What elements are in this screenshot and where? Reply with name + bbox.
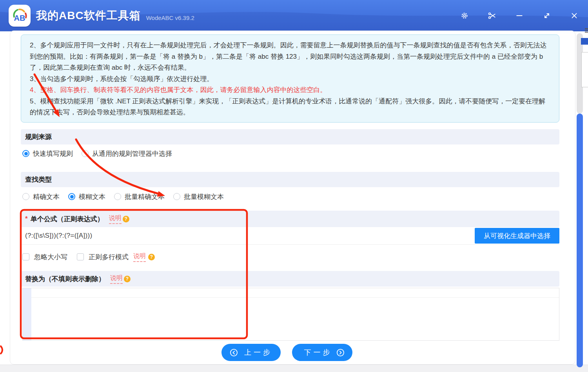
logo-arc-red xyxy=(25,13,26,18)
maximize-icon xyxy=(543,12,551,20)
radio-selected-icon xyxy=(22,150,29,157)
required-asterisk: * xyxy=(25,215,28,223)
section-header-search-type: 查找类型 xyxy=(21,172,559,187)
checkbox-regex-multiline[interactable]: 正则多行模式 说明 ? xyxy=(77,252,155,262)
formula-title: 单个公式（正则表达式） xyxy=(31,215,104,224)
scissors-icon xyxy=(488,12,496,20)
replace-textarea[interactable] xyxy=(22,288,559,341)
titlebar: AB 我的ABC软件工具箱 WodeABC v6.39.2 xyxy=(0,0,588,31)
radio-fuzzy-text[interactable]: 模糊文本 xyxy=(68,192,105,201)
minimize-icon xyxy=(515,12,523,20)
radio-unselected-icon xyxy=(22,193,29,200)
radio-unselected-icon xyxy=(82,150,89,157)
background-window-panel-edge xyxy=(581,52,588,87)
checkbox-label: 正则多行模式 xyxy=(89,253,129,262)
previous-step-button[interactable]: 上一步 xyxy=(221,344,281,361)
annotation-stray-mark xyxy=(1,346,2,354)
background-window-blue-edge xyxy=(581,38,588,45)
checkbox-icon xyxy=(77,253,84,260)
question-mark-icon[interactable]: ? xyxy=(148,254,155,260)
radio-label: 快速填写规则 xyxy=(33,149,73,158)
radio-from-rule-manager[interactable]: 从通用的规则管理器中选择 xyxy=(82,149,172,158)
radio-label: 批量精确文本 xyxy=(125,192,165,201)
app-logo: AB xyxy=(9,5,31,27)
editor-first-line xyxy=(31,288,559,298)
maximize-button[interactable] xyxy=(540,9,554,23)
radio-unselected-icon xyxy=(173,193,180,200)
editor-gutter xyxy=(23,288,31,340)
scrollbar-thumb-blue[interactable] xyxy=(577,114,583,367)
gear-icon xyxy=(461,12,468,20)
radio-batch-fuzzy-text[interactable]: 批量模糊文本 xyxy=(173,192,224,201)
next-step-button[interactable]: 下一步 xyxy=(292,344,352,361)
title-group: 我的ABC软件工具箱 WodeABC v6.39.2 xyxy=(36,0,194,31)
logo-letters: AB xyxy=(14,14,25,22)
question-mark-icon[interactable]: ? xyxy=(123,216,129,222)
app-title: 我的ABC软件工具箱 xyxy=(36,8,141,23)
radio-label: 精确文本 xyxy=(33,192,60,201)
multiline-help-link[interactable]: 说明 xyxy=(133,252,146,262)
formula-help-link[interactable]: 说明 xyxy=(109,214,122,224)
section-header-replace: 替换为（不填则表示删除） 说明 ? xyxy=(21,271,559,287)
section-header-formula: * 单个公式（正则表达式） 说明 ? xyxy=(21,211,559,227)
question-mark-icon[interactable]: ? xyxy=(124,276,131,282)
notice-item-4: 4、空格、回车换行、制表符等看不见的内容也属于文本，因此，请务必留意输入内容中的… xyxy=(30,85,550,96)
background-window-menu-icon xyxy=(585,28,588,33)
previous-step-label: 上一步 xyxy=(244,348,272,357)
logo-arc-yellow xyxy=(19,9,24,12)
circle-chevron-left-icon xyxy=(230,349,238,357)
notice-item-2: 2、多个规则应用于同一文件时，只有在上一条规则处理完后，才会处理下一条规则。因此… xyxy=(30,40,550,74)
close-icon xyxy=(570,12,578,20)
radio-label: 从通用的规则管理器中选择 xyxy=(92,149,172,158)
checkbox-icon xyxy=(22,253,29,260)
radio-label: 批量模糊文本 xyxy=(184,192,224,201)
cut-button[interactable] xyxy=(485,9,499,23)
rule-source-options: 快速填写规则 从通用的规则管理器中选择 xyxy=(22,147,172,160)
checkbox-ignore-case[interactable]: 忽略大小写 xyxy=(22,253,67,262)
settings-button[interactable] xyxy=(457,9,472,23)
radio-exact-text[interactable]: 精确文本 xyxy=(22,192,60,201)
app-window: AB 我的ABC软件工具箱 WodeABC v6.39.2 xyxy=(0,0,588,372)
radio-selected-icon xyxy=(68,193,75,200)
section-header-rule-source: 规则来源 xyxy=(21,129,559,144)
replace-title: 替换为（不填则表示删除） xyxy=(25,274,105,284)
window-bottom-strip xyxy=(0,365,588,372)
visual-builder-button[interactable]: 从可视化生成器中选择 xyxy=(475,228,559,244)
close-button[interactable] xyxy=(567,9,581,23)
radio-batch-exact-text[interactable]: 批量精确文本 xyxy=(114,192,165,201)
search-type-options: 精确文本 模糊文本 批量精确文本 批量模糊文本 xyxy=(22,190,224,203)
formula-flags-row: 忽略大小写 正则多行模式 说明 ? xyxy=(22,251,155,263)
circle-chevron-right-icon xyxy=(336,349,345,357)
replace-help-link[interactable]: 说明 xyxy=(110,274,123,284)
rule-source-title: 规则来源 xyxy=(25,132,52,141)
next-step-label: 下一步 xyxy=(304,348,332,357)
search-type-title: 查找类型 xyxy=(25,175,52,184)
radio-unselected-icon xyxy=(114,193,121,200)
radio-label: 模糊文本 xyxy=(79,192,105,201)
notice-item-5: 5、模糊查找功能采用「微软 .NET 正则表达式解析引擎」来实现，「正则表达式」… xyxy=(30,96,550,118)
minimize-button[interactable] xyxy=(512,9,526,23)
app-version: WodeABC v6.39.2 xyxy=(146,14,194,21)
radio-quick-fill-rule[interactable]: 快速填写规则 xyxy=(22,149,73,158)
notice-item-3: 3、当勾选多个规则时，系统会按「勾选顺序」依次进行处理。 xyxy=(30,74,550,85)
notice-box: 2、多个规则应用于同一文件时，只有在上一条规则处理完后，才会处理下一条规则。因此… xyxy=(21,34,559,123)
checkbox-label: 忽略大小写 xyxy=(34,253,67,262)
